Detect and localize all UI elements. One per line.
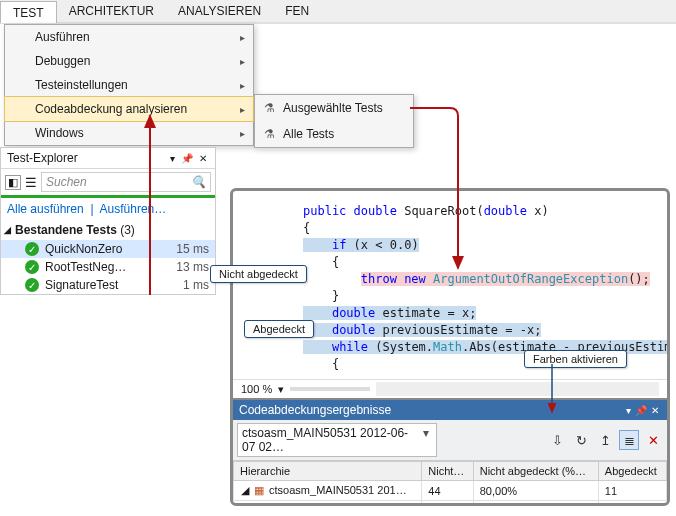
coverage-results-panel: Codeabdeckungsergebnisse ▾ 📌 ✕ ctsoasm_M… (233, 398, 667, 506)
col-abgedeckt[interactable]: Abgedeckt (598, 462, 666, 481)
codeabdeckung-submenu: ⚗ Ausgewählte Tests ⚗ Alle Tests (254, 94, 414, 148)
dll-icon: ▪ (268, 504, 282, 506)
export-icon[interactable]: ↥ (595, 430, 615, 450)
zoom-bar: 100 % ▾ (233, 379, 667, 398)
flask-icon: ⚗ (261, 126, 277, 142)
zoom-level: 100 % (241, 383, 272, 395)
main-menu: TEST ARCHITEKTUR ANALYSIEREN FEN (0, 0, 676, 24)
chevron-right-icon: ▸ (240, 56, 245, 67)
submenu-ausgewaehlte-tests[interactable]: ⚗ Ausgewählte Tests (255, 95, 413, 121)
test-explorer-toolbar: ◧ ☰ Suchen 🔍 (1, 169, 215, 198)
zoom-slider[interactable] (290, 387, 370, 391)
col-nicht-pct[interactable]: Nicht abgedeckt (%… (473, 462, 598, 481)
menu-codeabdeckung[interactable]: Codeabdeckung analysieren▸ (4, 96, 254, 122)
menu-architektur[interactable]: ARCHITEKTUR (57, 0, 166, 22)
chevron-right-icon: ▸ (240, 128, 245, 139)
menu-testeinstellungen[interactable]: Testeinstellungen▸ (5, 73, 253, 97)
caret-down-icon: ◢ (254, 504, 268, 506)
delete-icon[interactable]: ✕ (643, 430, 663, 450)
link-ausfuehren[interactable]: Ausführen… (100, 202, 167, 216)
filter-icon[interactable]: ◧ (5, 175, 21, 190)
menu-analysieren[interactable]: ANALYSIEREN (166, 0, 273, 22)
import-icon[interactable]: ⇩ (547, 430, 567, 450)
menu-ausfuehren[interactable]: Ausführen▸ (5, 25, 253, 49)
test-explorer-panel: Test-Explorer ▾ 📌 ✕ ◧ ☰ Suchen 🔍 Alle au… (0, 147, 216, 295)
table-row[interactable]: ◢▪ fabrikam.math.dll 750,00%7 (234, 501, 667, 507)
callout-farben-aktivieren: Farben aktivieren (524, 350, 627, 368)
col-nicht[interactable]: Nicht… (422, 462, 473, 481)
table-row[interactable]: ◢▦ ctsoasm_MAIN50531 201… 4480,00%11 (234, 481, 667, 501)
menu-fen[interactable]: FEN (273, 0, 321, 22)
search-input[interactable]: Suchen 🔍 (41, 172, 211, 192)
submenu-alle-tests[interactable]: ⚗ Alle Tests (255, 121, 413, 147)
search-icon[interactable]: 🔍 (191, 175, 206, 189)
pin-icon[interactable]: 📌 (179, 153, 195, 164)
menu-windows[interactable]: Windows▸ (5, 121, 253, 145)
col-hierarchie[interactable]: Hierarchie (234, 462, 422, 481)
test-item-quicknonzero[interactable]: ✓ QuickNonZero 15 ms (1, 240, 215, 258)
pin-icon[interactable]: 📌 (633, 405, 649, 416)
code-coverage-pane: public double SquareRoot(double x) { if … (230, 188, 670, 506)
highlight-colors-button[interactable]: ≣ (619, 430, 639, 450)
link-alle-ausfuehren[interactable]: Alle ausführen (7, 202, 84, 216)
zoom-dropdown-icon[interactable]: ▾ (278, 383, 284, 396)
callout-abgedeckt: Abgedeckt (244, 320, 314, 338)
flask-icon: ⚗ (261, 100, 277, 116)
test-explorer-title: Test-Explorer (7, 151, 78, 165)
coverage-run-combo[interactable]: ctsoasm_MAIN50531 2012-06-07 02… ▾ (237, 423, 437, 457)
test-menu-dropdown: Ausführen▸ Debuggen▸ Testeinstellungen▸ … (4, 24, 254, 146)
chevron-down-icon: ▾ (420, 426, 432, 454)
results-icon: ▦ (252, 484, 266, 497)
menu-debuggen[interactable]: Debuggen▸ (5, 49, 253, 73)
chevron-right-icon: ▸ (240, 80, 245, 91)
menu-test[interactable]: TEST (0, 1, 57, 23)
test-item-signaturetest[interactable]: ✓ SignatureTest 1 ms (1, 276, 215, 294)
chevron-right-icon: ▸ (240, 32, 245, 43)
chevron-right-icon: ▸ (240, 104, 245, 115)
test-group-passed[interactable]: ◢ Bestandene Tests (3) (1, 220, 215, 240)
refresh-icon[interactable]: ↻ (571, 430, 591, 450)
passed-icon: ✓ (25, 278, 39, 292)
group-icon[interactable]: ☰ (25, 175, 37, 190)
passed-icon: ✓ (25, 242, 39, 256)
dropdown-icon[interactable]: ▾ (168, 153, 177, 164)
caret-down-icon: ◢ (4, 225, 11, 235)
horizontal-scrollbar[interactable] (376, 382, 659, 396)
caret-down-icon: ◢ (238, 484, 252, 497)
dropdown-icon[interactable]: ▾ (624, 405, 633, 416)
callout-nicht-abgedeckt: Nicht abgedeckt (210, 265, 307, 283)
coverage-table: Hierarchie Nicht… Nicht abgedeckt (%… Ab… (233, 461, 667, 506)
close-icon[interactable]: ✕ (197, 153, 209, 164)
coverage-toolbar: ctsoasm_MAIN50531 2012-06-07 02… ▾ ⇩ ↻ ↥… (233, 420, 667, 461)
coverage-title-bar: Codeabdeckungsergebnisse ▾ 📌 ✕ (233, 400, 667, 420)
passed-icon: ✓ (25, 260, 39, 274)
test-item-roottestneg[interactable]: ✓ RootTestNeg… 13 ms (1, 258, 215, 276)
close-icon[interactable]: ✕ (649, 405, 661, 416)
test-explorer-links: Alle ausführen | Ausführen… (1, 198, 215, 220)
test-explorer-title-bar: Test-Explorer ▾ 📌 ✕ (1, 148, 215, 169)
